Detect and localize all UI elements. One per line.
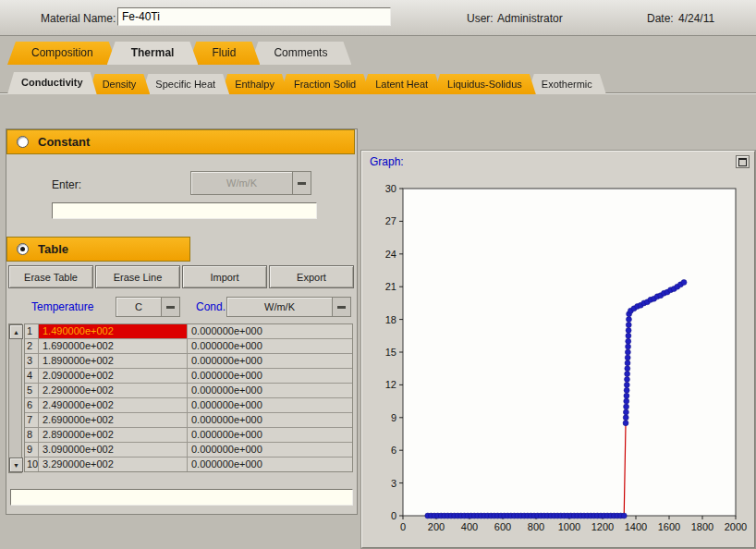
constant-unit-dropdown [292, 172, 311, 194]
row-number: 10 [25, 458, 38, 471]
constant-radio[interactable] [17, 136, 29, 148]
table-title: Table [38, 242, 68, 256]
svg-text:0: 0 [400, 521, 406, 532]
sub-tabs: ConductivityDensitySpecific HeatEnthalpy… [7, 72, 598, 93]
conductivity-cell[interactable]: 0.000000e+000 [188, 354, 352, 368]
scroll-down-icon: ▼ [13, 462, 19, 469]
row-number: 1 [25, 324, 38, 338]
svg-text:2000: 2000 [725, 521, 747, 532]
table-section-header[interactable]: Table [6, 237, 190, 262]
main-tab-composition[interactable]: Composition [7, 42, 117, 65]
row-number: 2 [25, 339, 38, 353]
svg-text:27: 27 [385, 215, 396, 226]
svg-text:1200: 1200 [591, 521, 614, 532]
conductivity-cell[interactable]: 0.000000e+000 [188, 398, 352, 412]
conductivity-cell[interactable]: 0.000000e+000 [188, 413, 352, 427]
conductivity-cell[interactable]: 0.000000e+000 [188, 458, 352, 471]
main-tab-thermal[interactable]: Thermal [107, 42, 199, 65]
temperature-cell[interactable]: 1.690000e+002 [39, 339, 187, 353]
svg-text:12: 12 [385, 379, 396, 390]
table-row: 103.290000e+0020.000000e+000 [25, 458, 352, 471]
scroll-down-button[interactable]: ▼ [9, 458, 23, 472]
constant-unit-value: W/m/K [191, 177, 292, 189]
sub-tab-density[interactable]: Density [89, 74, 151, 94]
import-button[interactable]: Import [182, 265, 267, 288]
svg-text:600: 600 [494, 521, 511, 532]
date-value: 4/24/11 [678, 12, 714, 25]
table-row: 82.890000e+0020.000000e+000 [25, 428, 352, 442]
svg-text:30: 30 [385, 183, 396, 194]
conductivity-cell[interactable]: 0.000000e+000 [188, 339, 352, 353]
row-number: 4 [25, 369, 38, 383]
main-tab-fluid[interactable]: Fluid [188, 42, 260, 65]
temperature-cell[interactable]: 1.490000e+002 [39, 324, 187, 338]
conductivity-cell[interactable]: 0.000000e+000 [188, 428, 352, 442]
data-table: 11.490000e+0020.000000e+00021.690000e+00… [24, 323, 353, 472]
table-row: 21.690000e+0020.000000e+000 [25, 339, 352, 353]
constant-section-header[interactable]: Constant [6, 129, 355, 154]
conductivity-cell[interactable]: 0.000000e+000 [188, 369, 352, 383]
row-number: 9 [25, 443, 38, 457]
export-button[interactable]: Export [269, 265, 354, 288]
temperature-cell[interactable]: 2.490000e+002 [39, 398, 187, 412]
sub-tab-specific-heat[interactable]: Specific Heat [141, 74, 229, 94]
erase-line-button[interactable]: Erase Line [95, 265, 180, 288]
conductivity-cell[interactable]: 0.000000e+000 [188, 443, 352, 457]
svg-text:15: 15 [385, 347, 396, 358]
sub-tab-conductivity[interactable]: Conductivity [7, 72, 97, 94]
graph-title: Graph: [370, 155, 404, 168]
sub-tab-exothermic[interactable]: Exothermic [528, 74, 606, 94]
cond-unit-dropdown[interactable] [332, 298, 350, 316]
table-buttons: Erase TableErase LineImportExport [7, 265, 355, 288]
temperature-cell[interactable]: 2.890000e+002 [39, 428, 187, 442]
sub-tab-liquidus-solidus[interactable]: Liquidus-Solidus [433, 74, 536, 94]
scroll-up-button[interactable]: ▲ [9, 324, 23, 339]
user-value: Administrator [497, 12, 563, 25]
row-number: 8 [25, 428, 38, 442]
constant-title: Constant [38, 135, 90, 149]
row-number: 6 [25, 398, 38, 412]
svg-text:1800: 1800 [691, 521, 713, 532]
user-label: User: [467, 12, 494, 25]
table-entry-input[interactable] [10, 489, 353, 506]
top-bar: Material Name: User: Administrator Date:… [0, 0, 756, 36]
temperature-cell[interactable]: 3.290000e+002 [39, 458, 187, 471]
graph-window-button[interactable] [736, 155, 750, 168]
temperature-cell[interactable]: 1.890000e+002 [39, 354, 187, 368]
main-tab-comments[interactable]: Comments [250, 42, 351, 65]
svg-text:21: 21 [385, 281, 396, 292]
table-radio[interactable] [17, 243, 29, 255]
cond-label: Cond. [196, 300, 226, 313]
row-number: 5 [25, 384, 38, 397]
temperature-cell[interactable]: 3.090000e+002 [39, 443, 187, 457]
graph-canvas: 0369121518212427300200400600800100012001… [362, 170, 754, 543]
sub-tab-enthalpy[interactable]: Enthalpy [221, 74, 288, 94]
constant-value-input[interactable] [52, 202, 317, 219]
conductivity-cell[interactable]: 0.000000e+000 [188, 324, 352, 338]
svg-text:200: 200 [428, 521, 445, 532]
svg-text:6: 6 [391, 445, 396, 456]
table-row: 31.890000e+0020.000000e+000 [25, 354, 352, 368]
svg-text:24: 24 [385, 249, 396, 260]
temperature-unit-dropdown[interactable] [161, 298, 179, 316]
sub-tab-latent-heat[interactable]: Latent Heat [361, 74, 442, 94]
main-tabs: CompositionThermalFluidComments [7, 42, 341, 66]
row-number: 7 [25, 413, 38, 427]
material-name-input[interactable] [117, 7, 391, 26]
erase-table-button[interactable]: Erase Table [8, 265, 93, 288]
table-scrollbar[interactable]: ▲ ▼ [8, 323, 22, 473]
cond-unit-value: W/m/K [227, 301, 332, 312]
temperature-cell[interactable]: 2.690000e+002 [39, 413, 187, 427]
temperature-cell[interactable]: 2.090000e+002 [39, 369, 187, 383]
svg-text:1000: 1000 [558, 521, 580, 532]
table-row: 42.090000e+0020.000000e+000 [25, 369, 352, 383]
sub-tab-fraction-solid[interactable]: Fraction Solid [280, 74, 370, 94]
svg-text:800: 800 [528, 521, 544, 532]
app-window: Material Name: User: Administrator Date:… [0, 0, 756, 549]
enter-label: Enter: [52, 178, 81, 191]
temperature-cell[interactable]: 2.290000e+002 [39, 384, 187, 397]
cond-unit-combo[interactable]: W/m/K [226, 297, 351, 317]
conductivity-cell[interactable]: 0.000000e+000 [188, 384, 352, 397]
temperature-unit-combo[interactable]: C [116, 297, 180, 317]
table-row: 93.090000e+0020.000000e+000 [25, 443, 352, 457]
